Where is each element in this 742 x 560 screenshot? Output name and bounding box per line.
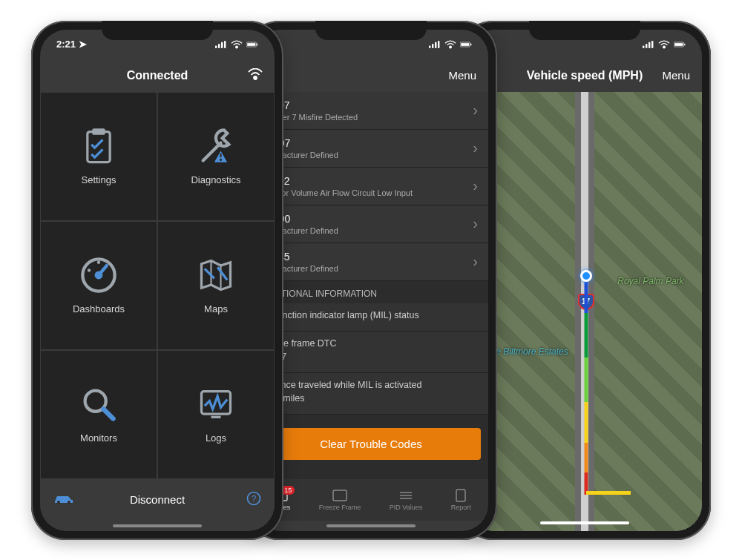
map-icon bbox=[197, 256, 235, 294]
svg-line-15 bbox=[99, 266, 107, 275]
clear-codes-button[interactable]: Clear Trouble Codes bbox=[261, 428, 481, 460]
speed-route bbox=[584, 276, 588, 495]
svg-point-16 bbox=[88, 269, 91, 271]
current-location-icon bbox=[580, 270, 592, 282]
section-header: ADDITIONAL INFORMATION bbox=[254, 281, 488, 303]
svg-point-32 bbox=[450, 46, 452, 48]
nav-bar: Connected bbox=[40, 59, 275, 92]
info-row: Malfunction indicator lamp (MIL) status bbox=[254, 303, 488, 332]
code-row[interactable]: C0307Manufacturer Defined › bbox=[254, 130, 488, 168]
status-right bbox=[643, 40, 686, 49]
svg-rect-28 bbox=[429, 45, 430, 47]
car-icon[interactable] bbox=[53, 493, 74, 507]
chevron-right-icon: › bbox=[473, 102, 478, 119]
svg-rect-35 bbox=[470, 43, 471, 45]
svg-rect-42 bbox=[643, 45, 644, 47]
svg-rect-10 bbox=[92, 128, 105, 135]
phone-home: 2:21 ➤ Connected bbox=[31, 21, 283, 540]
status-right bbox=[429, 40, 472, 49]
code-row[interactable]: P0102Mass or Volume Air Flow Circuit Low… bbox=[254, 168, 488, 205]
svg-rect-45 bbox=[651, 41, 653, 48]
wrench-warning-icon bbox=[197, 127, 235, 165]
bottom-bar: Disconnect ? bbox=[40, 479, 275, 521]
chart-monitor-icon bbox=[197, 385, 235, 424]
code-row[interactable]: B2245Manufacturer Defined › bbox=[254, 243, 488, 281]
tab-bar: 15 Codes Freeze Frame PID Values Report bbox=[254, 479, 488, 521]
info-row: Distance traveled while MIL is activated… bbox=[254, 373, 488, 415]
svg-rect-37 bbox=[333, 490, 347, 501]
help-icon[interactable]: ? bbox=[246, 491, 261, 508]
tile-logs[interactable]: Logs bbox=[157, 350, 275, 479]
code-row[interactable]: U1600Manufacturer Defined › bbox=[254, 205, 488, 243]
wifi-status-icon bbox=[231, 40, 243, 49]
tab-report[interactable]: Report bbox=[451, 489, 471, 511]
tile-label: Monitors bbox=[80, 432, 117, 444]
svg-rect-43 bbox=[646, 44, 647, 48]
tile-monitors[interactable]: Monitors bbox=[40, 350, 157, 479]
svg-rect-3 bbox=[224, 41, 226, 48]
tile-diagnostics[interactable]: Diagnostics bbox=[157, 92, 275, 221]
svg-rect-48 bbox=[674, 43, 683, 46]
tab-freeze-frame[interactable]: Freeze Frame bbox=[319, 489, 361, 511]
svg-rect-31 bbox=[438, 41, 439, 48]
svg-rect-41 bbox=[456, 490, 465, 501]
tile-label: Dashboards bbox=[73, 303, 125, 314]
notch bbox=[102, 21, 213, 40]
pid-icon bbox=[398, 489, 414, 502]
nav-title: Connected bbox=[127, 69, 188, 82]
svg-line-21 bbox=[104, 409, 114, 419]
report-icon bbox=[453, 489, 469, 502]
svg-point-11 bbox=[220, 159, 222, 161]
tile-dashboards[interactable]: Dashboards bbox=[40, 221, 157, 350]
menu-button[interactable]: Menu bbox=[662, 69, 690, 82]
chevron-right-icon: › bbox=[473, 139, 478, 157]
svg-rect-44 bbox=[649, 42, 650, 47]
tab-label: Report bbox=[451, 504, 471, 511]
svg-rect-9 bbox=[88, 132, 110, 162]
chevron-right-icon: › bbox=[473, 253, 478, 270]
battery-icon bbox=[460, 40, 472, 49]
nav-bar: ‹ Vehicle speed (MPH) Menu bbox=[467, 59, 702, 92]
signal-icon bbox=[643, 40, 654, 49]
tab-label: Freeze Frame bbox=[319, 504, 361, 511]
wifi-status-icon bbox=[444, 40, 456, 49]
code-row[interactable]: P0307Cylinder 7 Misfire Detected › bbox=[254, 92, 488, 130]
chevron-right-icon: › bbox=[473, 215, 478, 232]
tile-label: Maps bbox=[204, 303, 228, 314]
svg-point-8 bbox=[254, 76, 257, 79]
svg-rect-34 bbox=[461, 43, 469, 46]
status-right bbox=[215, 40, 258, 49]
tile-settings[interactable]: Settings bbox=[40, 92, 157, 221]
tile-label: Settings bbox=[82, 174, 116, 185]
svg-point-24 bbox=[57, 501, 60, 504]
svg-point-46 bbox=[663, 46, 666, 48]
home-indicator bbox=[254, 521, 488, 531]
svg-rect-0 bbox=[215, 45, 217, 47]
clipboard-check-icon bbox=[79, 127, 118, 165]
svg-rect-12 bbox=[220, 154, 221, 157]
tile-maps[interactable]: Maps bbox=[157, 221, 275, 350]
home-indicator bbox=[40, 521, 275, 531]
svg-rect-6 bbox=[247, 43, 255, 46]
notch bbox=[529, 21, 640, 40]
menu-button[interactable]: Menu bbox=[448, 69, 476, 82]
map-view[interactable]: Lake Biltmore Estates Royal Palm Park 17 bbox=[467, 92, 702, 531]
signal-icon bbox=[429, 40, 441, 49]
tab-label: PID Values bbox=[390, 504, 422, 511]
tile-label: Logs bbox=[206, 432, 226, 444]
freeze-icon bbox=[332, 489, 348, 502]
home-grid: Settings Diagnostics bbox=[40, 92, 275, 479]
status-time: 2:21 bbox=[56, 39, 76, 50]
map-poi-label: Royal Palm Park bbox=[617, 276, 683, 286]
wifi-icon[interactable] bbox=[248, 68, 263, 82]
svg-rect-2 bbox=[221, 42, 223, 47]
svg-point-17 bbox=[97, 261, 100, 264]
disconnect-button[interactable]: Disconnect bbox=[130, 493, 185, 506]
svg-rect-7 bbox=[257, 43, 257, 45]
battery-icon bbox=[246, 40, 258, 49]
tab-pid-values[interactable]: PID Values bbox=[390, 489, 422, 511]
nav-title: Vehicle speed (MPH) bbox=[527, 69, 643, 82]
home-indicator bbox=[467, 518, 702, 528]
battery-icon bbox=[674, 40, 686, 49]
svg-text:?: ? bbox=[252, 494, 256, 503]
